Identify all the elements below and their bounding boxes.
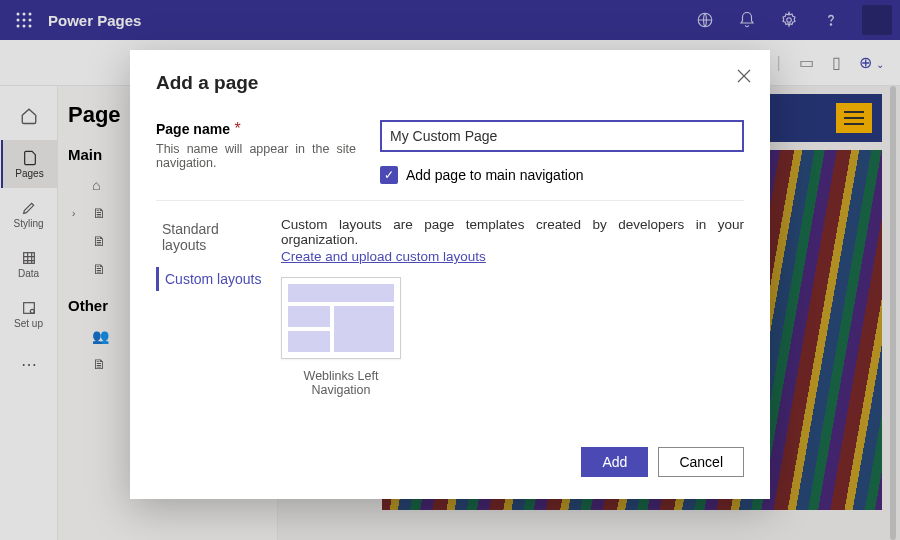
divider [156, 200, 744, 201]
cancel-button[interactable]: Cancel [658, 447, 744, 477]
create-custom-layouts-link[interactable]: Create and upload custom layouts [281, 249, 486, 264]
layout-tabs: Standard layouts Custom layouts [156, 217, 271, 397]
modal-title: Add a page [156, 72, 744, 94]
template-card[interactable]: Weblinks Left Navigation [281, 277, 401, 397]
custom-layouts-description: Custom layouts are page templates create… [281, 217, 744, 247]
add-button[interactable]: Add [581, 447, 648, 477]
page-name-input[interactable] [380, 120, 744, 152]
template-label: Weblinks Left Navigation [281, 369, 401, 397]
main-nav-checkbox[interactable]: ✓ [380, 166, 398, 184]
add-page-modal: Add a page Page name * This name will ap… [130, 50, 770, 499]
tab-custom-layouts[interactable]: Custom layouts [156, 267, 271, 291]
checkbox-label: Add page to main navigation [406, 167, 583, 183]
modal-overlay: Add a page Page name * This name will ap… [0, 0, 900, 540]
page-name-help: This name will appear in the site naviga… [156, 142, 356, 170]
close-icon[interactable] [736, 68, 752, 84]
tab-standard-layouts[interactable]: Standard layouts [156, 217, 271, 257]
required-asterisk: * [234, 120, 240, 137]
template-thumbnail [281, 277, 401, 359]
page-name-label: Page name [156, 121, 230, 137]
